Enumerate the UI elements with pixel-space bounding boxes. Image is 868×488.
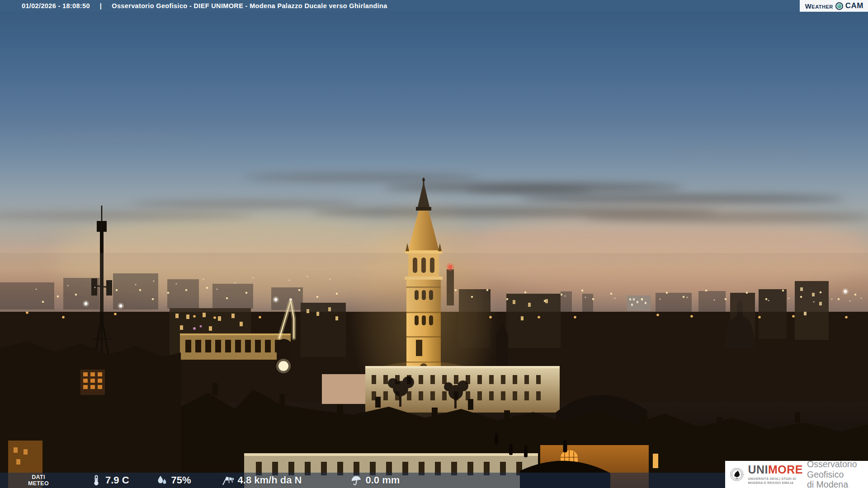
globe-icon xyxy=(835,2,843,10)
wind-metric: 4.8 km/h da N xyxy=(221,474,302,486)
webcam-frame: 01/02/2026 - 18:08:50 | Osservatorio Geo… xyxy=(0,0,868,488)
windsock-icon xyxy=(221,474,235,486)
unimore-logo-box: UNIMORE UNIVERSITÀ DEGLI STUDI DI MODENA… xyxy=(725,461,868,488)
umbrella-icon xyxy=(350,474,362,486)
temperature-metric: 7.9 C xyxy=(90,474,129,486)
clock-tower xyxy=(276,339,292,373)
weathercam-weather-text: Weather xyxy=(805,2,833,10)
humidity-value: 75% xyxy=(171,474,191,486)
cityscape-scene xyxy=(0,0,868,488)
lit-facade-left xyxy=(180,333,291,360)
thermometer-icon xyxy=(90,474,102,486)
humidity-drops-icon xyxy=(156,474,168,486)
weathercam-logo: Weather CAM xyxy=(800,0,868,12)
horizon-haze xyxy=(0,253,868,312)
timestamp: 01/02/2026 - 18:08:50 xyxy=(22,2,90,9)
unimore-seal-icon xyxy=(730,464,744,485)
temperature-value: 7.9 C xyxy=(105,474,129,486)
wind-value: 4.8 km/h da N xyxy=(238,474,302,486)
separator: | xyxy=(100,2,102,9)
unimore-subtitle: UNIVERSITÀ DEGLI STUDI DI MODENA E REGGI… xyxy=(748,477,803,485)
observatory-name: Osservatorio Geofisico di Modena xyxy=(807,459,865,488)
title-bar: 01/02/2026 - 18:08:50 | Osservatorio Geo… xyxy=(0,0,868,12)
dati-meteo-label: DATI METEO xyxy=(28,474,49,487)
camera-title: Osservatorio Geofisico - DIEF UNIMORE - … xyxy=(112,2,387,9)
precipitation-value: 0.0 mm xyxy=(365,474,400,486)
humidity-metric: 75% xyxy=(156,474,191,486)
rain-metric: 0.0 mm xyxy=(350,474,400,486)
weathercam-cam-text: CAM xyxy=(845,1,863,10)
unimore-wordmark: UNIMORE UNIVERSITÀ DEGLI STUDI DI MODENA… xyxy=(748,464,803,485)
clock-face xyxy=(278,361,288,371)
